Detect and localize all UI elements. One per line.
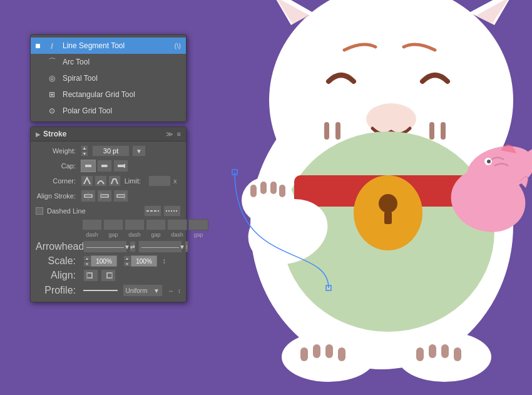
stroke-options-icon[interactable]: ≡ — [177, 130, 181, 138]
arrowhead-end-select[interactable]: —————— ▼ — [138, 240, 182, 253]
gap1-group: gap — [103, 219, 123, 238]
svg-rect-49 — [416, 347, 424, 361]
weight-up-btn[interactable]: ▲ — [81, 145, 88, 151]
gap3-group: gap — [188, 219, 208, 238]
svg-rect-13 — [87, 273, 92, 278]
profile-row: Profile: Uniform ▼ ↔ ↕ — [36, 284, 181, 297]
svg-point-2 — [105, 165, 108, 167]
scale-row: Scale: ▲ ▼ ▲ ▼ ↕ — [36, 255, 181, 267]
corner-buttons — [81, 175, 121, 187]
weight-unit-dropdown[interactable]: ▼ — [132, 145, 146, 156]
scale2-up-btn[interactable]: ▲ — [123, 255, 131, 261]
align-outside-btn[interactable] — [113, 190, 128, 202]
svg-rect-50 — [429, 344, 436, 358]
dash2-group: dash — [125, 219, 145, 238]
scale1-up-btn[interactable]: ▲ — [83, 255, 91, 261]
cap-row: Cap: — [36, 160, 181, 172]
profile-select[interactable]: Uniform ▼ — [123, 284, 163, 297]
profile-options-icon[interactable]: ↕ — [178, 287, 181, 294]
svg-point-31 — [379, 194, 397, 213]
svg-rect-46 — [313, 344, 320, 358]
dash3-input[interactable] — [167, 219, 187, 230]
weight-row: Weight: ▲ ▼ ▼ — [36, 145, 181, 156]
cap-round-btn[interactable] — [97, 160, 112, 172]
dash1-input[interactable] — [82, 219, 102, 230]
svg-rect-32 — [384, 212, 392, 224]
corner-miter-btn[interactable] — [81, 175, 93, 187]
arrow-extra-btn[interactable]: ↕ — [185, 241, 188, 252]
scale-link-icon[interactable]: ↕ — [162, 257, 166, 265]
polargrid-icon: ⊙ — [46, 105, 58, 116]
dashed-options — [144, 205, 181, 217]
limit-input[interactable] — [148, 175, 171, 187]
gap1-input[interactable] — [103, 219, 123, 230]
dash-inputs-row: dash gap dash gap dash gap — [36, 219, 181, 238]
stroke-panel-header[interactable]: ▶ Stroke ≫ ≡ — [31, 127, 186, 141]
weight-input-group: ▲ ▼ ▼ — [81, 145, 146, 156]
svg-rect-9 — [117, 195, 125, 197]
arc-icon: ⌒ — [46, 56, 58, 68]
dashed-checkbox[interactable] — [36, 207, 43, 215]
dashed-line-row: Dashed Line — [36, 205, 181, 217]
svg-rect-37 — [270, 182, 277, 194]
scale2-group: ▲ ▼ — [123, 255, 157, 267]
weight-label: Weight: — [36, 147, 81, 155]
limit-x-btn[interactable]: x — [173, 177, 177, 185]
cap-projecting-btn[interactable] — [113, 160, 128, 172]
tool-arc[interactable]: ⌒ Arc Tool — [31, 54, 186, 70]
weight-down-btn[interactable]: ▼ — [81, 151, 88, 156]
svg-rect-26 — [429, 122, 434, 140]
tool-line-segment[interactable]: Line Segment Tool (\) — [31, 38, 186, 54]
svg-rect-38 — [279, 185, 285, 197]
profile-flip-icon[interactable]: ↔ — [168, 287, 174, 294]
svg-rect-35 — [250, 185, 257, 197]
profile-label: Profile: — [36, 285, 81, 296]
svg-rect-0 — [85, 165, 91, 167]
active-indicator — [36, 44, 40, 48]
gap2-input[interactable] — [146, 219, 166, 230]
tool-spiral[interactable]: ◎ Spiral Tool — [31, 70, 186, 86]
tool-shortcut: (\) — [175, 42, 181, 49]
align-center-btn[interactable] — [81, 190, 96, 202]
scale-label: Scale: — [36, 255, 81, 267]
align-inside-btn[interactable] — [97, 190, 112, 202]
gap2-group: gap — [146, 219, 166, 238]
line-icon — [46, 40, 58, 51]
tool-label: Polar Grid Tool — [63, 106, 112, 115]
corner-round-btn[interactable] — [95, 175, 107, 187]
weight-input[interactable] — [92, 145, 130, 156]
align-row-label: Align: — [36, 270, 81, 281]
corner-bevel-btn[interactable] — [108, 175, 121, 187]
canvas-area — [194, 0, 532, 395]
tool-polargrid[interactable]: ⊙ Polar Grid Tool — [31, 103, 186, 119]
collapse-icon: ▶ — [36, 131, 41, 138]
gap3-input[interactable] — [188, 219, 208, 230]
align-stroke-buttons — [81, 190, 128, 202]
svg-rect-24 — [324, 122, 329, 140]
stroke-menu-icon[interactable]: ≫ — [166, 130, 173, 138]
svg-rect-51 — [441, 344, 449, 358]
gap2-label: gap — [151, 232, 160, 238]
svg-point-34 — [242, 177, 294, 224]
cat-illustration — [232, 0, 532, 395]
gap1-label: gap — [108, 232, 118, 238]
arrowhead-start-select[interactable]: —————— ▼ — [83, 240, 127, 253]
scale1-input[interactable] — [91, 255, 117, 267]
scale2-down-btn[interactable]: ▼ — [123, 261, 131, 267]
tool-rectgrid[interactable]: ⊞ Rectangular Grid Tool — [31, 86, 186, 103]
stroke-panel: ▶ Stroke ≫ ≡ Weight: ▲ ▼ ▼ Cap: — [30, 126, 187, 302]
dash3-group: dash — [167, 219, 187, 238]
dash-opt1-btn[interactable] — [144, 205, 161, 217]
svg-rect-7 — [101, 195, 108, 197]
tool-label: Spiral Tool — [63, 74, 98, 83]
scale1-group: ▲ ▼ — [83, 255, 117, 267]
dash2-input[interactable] — [125, 219, 145, 230]
arrow-swap-btn[interactable]: ⇄ — [130, 241, 136, 252]
dash-opt2-btn[interactable] — [163, 205, 181, 217]
scale2-stepper: ▲ ▼ — [123, 255, 131, 267]
scale2-input[interactable] — [131, 255, 157, 267]
scale1-down-btn[interactable]: ▼ — [83, 261, 91, 267]
align-left-btn[interactable] — [83, 269, 98, 282]
align-right-btn[interactable] — [101, 269, 116, 282]
cap-butt-btn[interactable] — [81, 160, 96, 172]
